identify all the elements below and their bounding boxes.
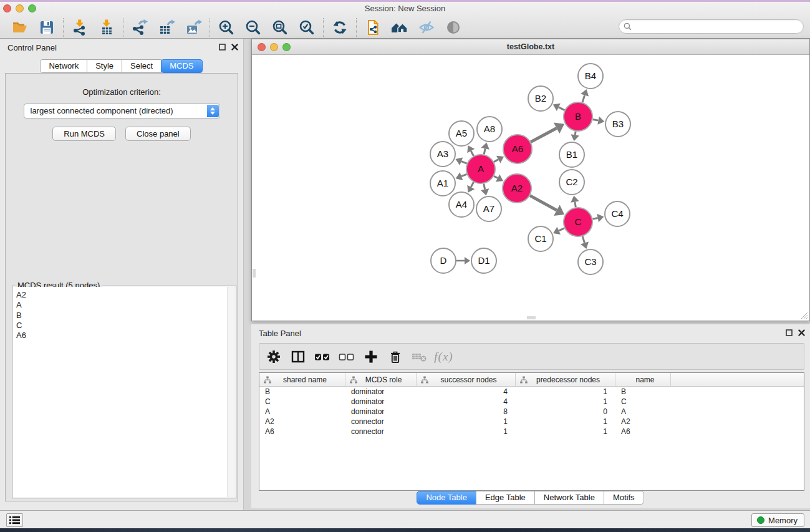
import-network-icon[interactable]: [70, 18, 90, 37]
float-panel-icon[interactable]: [219, 44, 226, 51]
tab-network-table[interactable]: Network Table: [534, 491, 604, 505]
mcds-result-item[interactable]: B: [16, 311, 227, 321]
graph-edge-a-a8[interactable]: [481, 142, 489, 154]
export-image-icon[interactable]: [183, 18, 203, 37]
graph-edge-a-a3[interactable]: [455, 157, 466, 165]
save-icon[interactable]: [37, 18, 57, 37]
column-header-shared-name[interactable]: shared name: [259, 373, 345, 386]
tab-motifs[interactable]: Motifs: [604, 491, 644, 505]
network-canvas[interactable]: B4B2BB3A8A5A6B1A3AC2A1A2A4A7C4CC1C3DD1: [253, 56, 809, 320]
column-header-name[interactable]: name: [615, 373, 671, 386]
graph-node-b1[interactable]: B1: [559, 142, 584, 167]
column-header-successor-nodes[interactable]: successor nodes: [417, 373, 516, 386]
gear-icon[interactable]: [265, 348, 282, 365]
graph-node-a3[interactable]: A3: [430, 142, 455, 167]
memory-button[interactable]: Memory: [751, 513, 804, 527]
graph-node-d[interactable]: D: [431, 248, 456, 273]
trash-icon[interactable]: [387, 348, 403, 365]
eye-slash-icon[interactable]: [417, 18, 436, 37]
graph-node-a8[interactable]: A8: [477, 117, 502, 142]
graph-node-b[interactable]: B: [564, 102, 592, 131]
search-input[interactable]: [634, 22, 803, 31]
zoom-in-icon[interactable]: [216, 18, 236, 37]
unchecked-boxes-icon[interactable]: [338, 348, 355, 365]
graph-node-a2[interactable]: A2: [503, 174, 531, 203]
tab-style[interactable]: Style: [87, 59, 122, 73]
graph-node-a7[interactable]: A7: [476, 196, 501, 221]
graph-node-a4[interactable]: A4: [449, 192, 474, 217]
graph-edge-c-c1[interactable]: [553, 227, 564, 235]
split-columns-icon[interactable]: [289, 348, 306, 365]
graph-edge-a-a7[interactable]: [481, 184, 489, 196]
graph-edge-a-a4[interactable]: [467, 182, 475, 193]
graph-node-c3[interactable]: C3: [578, 249, 603, 274]
graph-edge-a-a2[interactable]: [494, 175, 503, 182]
graph-node-c2[interactable]: C2: [559, 170, 584, 195]
graph-node-a[interactable]: A: [466, 155, 495, 183]
table-row[interactable]: Adominator80A: [259, 407, 804, 417]
column-header-predecessor-nodes[interactable]: predecessor nodes: [516, 373, 615, 386]
tab-edge-table[interactable]: Edge Table: [476, 491, 535, 505]
graph-edge-c-c4[interactable]: [593, 214, 604, 222]
graph-edge-a2-c[interactable]: [530, 196, 564, 216]
import-table-icon[interactable]: [97, 18, 117, 37]
delete-table-icon[interactable]: [411, 348, 428, 365]
graph-edge-b-b1[interactable]: [571, 132, 579, 142]
graph-edge-d-d1[interactable]: [456, 257, 470, 264]
mcds-result-item[interactable]: A6: [16, 331, 227, 341]
mcds-result-item[interactable]: C: [16, 321, 227, 331]
graph-edge-a-a1[interactable]: [456, 172, 467, 180]
export-table-icon[interactable]: [157, 18, 176, 37]
close-panel-icon[interactable]: [231, 44, 238, 51]
mcds-result-scrollbar[interactable]: [227, 287, 235, 497]
graph-edge-c-c3[interactable]: [581, 236, 589, 249]
run-mcds-button[interactable]: Run MCDS: [52, 127, 116, 141]
network-window-titlebar[interactable]: testGlobe.txt: [252, 39, 809, 55]
tab-mcds[interactable]: MCDS: [161, 59, 202, 73]
graph-node-d1[interactable]: D1: [471, 248, 496, 273]
fx-icon[interactable]: f(x): [435, 348, 452, 365]
tab-network[interactable]: Network: [40, 59, 87, 73]
graph-edge-a6-b[interactable]: [531, 123, 564, 142]
graph-node-a1[interactable]: A1: [430, 171, 455, 196]
optimization-criterion-dropdown[interactable]: largest connected component (directed): [24, 104, 220, 118]
refresh-icon[interactable]: [330, 18, 350, 37]
zoom-selected-icon[interactable]: [297, 18, 317, 37]
graph-edge-b-b2[interactable]: [553, 104, 565, 111]
app-titlebar[interactable]: Session: New Session: [0, 2, 810, 15]
graph-edge-b-b4[interactable]: [581, 89, 589, 102]
eye-icon[interactable]: [443, 18, 463, 37]
graph-node-a5[interactable]: A5: [449, 121, 474, 146]
resize-grip-icon[interactable]: [800, 311, 808, 319]
graph-edge-a-a5[interactable]: [467, 145, 475, 156]
float-panel-icon[interactable]: [786, 329, 793, 336]
zoom-fit-icon[interactable]: [270, 18, 290, 37]
network-graph[interactable]: B4B2BB3A8A5A6B1A3AC2A1A2A4A7C4CC1C3DD1: [253, 56, 809, 320]
graph-node-a6[interactable]: A6: [503, 135, 532, 163]
mcds-result-item[interactable]: A2: [16, 290, 227, 300]
graph-node-c[interactable]: C: [564, 208, 592, 236]
close-panel-button[interactable]: Close panel: [125, 127, 191, 141]
export-network-icon[interactable]: [130, 18, 150, 37]
plus-icon[interactable]: [362, 348, 379, 365]
column-header-mcds-role[interactable]: MCDS role: [345, 373, 417, 386]
checked-boxes-icon[interactable]: [314, 348, 330, 365]
table-row[interactable]: A2connector11A2: [259, 417, 804, 427]
graph-edge-c-c2[interactable]: [571, 196, 579, 208]
tab-select[interactable]: Select: [122, 59, 162, 73]
graph-node-b3[interactable]: B3: [605, 112, 630, 137]
table-row[interactable]: Bdominator41B: [259, 387, 804, 397]
mcds-result-item[interactable]: A: [16, 300, 227, 310]
table-row[interactable]: A6connector11A6: [259, 427, 804, 437]
graph-edge-b-b3[interactable]: [593, 116, 605, 124]
table-row[interactable]: Cdominator41C: [259, 397, 804, 407]
task-history-button[interactable]: [6, 513, 23, 527]
folder-open-icon[interactable]: [10, 18, 30, 37]
file-share-icon[interactable]: [363, 18, 383, 37]
graph-node-c1[interactable]: C1: [528, 226, 553, 251]
zoom-out-icon[interactable]: [243, 18, 263, 37]
tab-node-table[interactable]: Node Table: [417, 491, 476, 505]
graph-node-b4[interactable]: B4: [578, 64, 603, 89]
double-home-icon[interactable]: [390, 18, 410, 37]
close-panel-icon[interactable]: [798, 329, 805, 336]
